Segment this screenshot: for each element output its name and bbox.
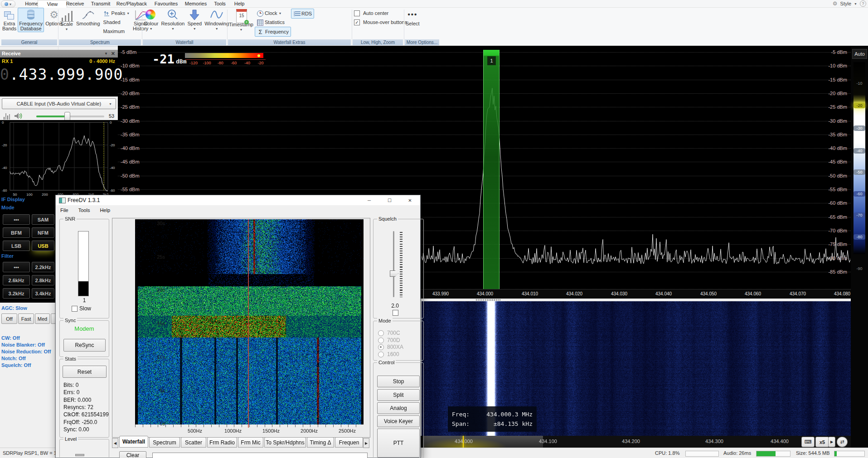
- ribbon-item-maximum[interactable]: Maximum: [102, 27, 132, 36]
- panel-menu-icon[interactable]: ▼: [104, 50, 108, 58]
- receive-panel-header[interactable]: Receive ▼ ✕: [0, 50, 118, 58]
- control-button-stop[interactable]: Stop: [377, 376, 420, 387]
- mode-button-SAM[interactable]: SAM: [32, 214, 54, 225]
- radio-800XA[interactable]: [378, 344, 384, 350]
- frequency-axis-label: 434.080: [834, 291, 850, 296]
- agc-button-fast[interactable]: Fast: [18, 313, 34, 324]
- freedv-window[interactable]: FreeDV 1.3.1 ─ ☐ ✕ FileToolsHelp SNR 1 S…: [55, 195, 421, 458]
- clear-button[interactable]: Clear: [119, 451, 146, 458]
- filter-button-22kHz[interactable]: 2.2kHz: [32, 262, 54, 272]
- ribbon-item-timestamp[interactable]: 15Timestamp▼: [228, 8, 255, 33]
- mode-button-BFM[interactable]: BFM: [3, 227, 30, 238]
- frequency-display[interactable]: 0.433.999.900: [0, 66, 116, 83]
- control-button-split[interactable]: Split: [377, 389, 420, 401]
- ribbon-item-frequency[interactable]: ΣFrequency: [255, 27, 291, 37]
- mode-button-USB[interactable]: USB: [32, 241, 54, 251]
- rx-range: 0 - 4000 Hz: [89, 58, 115, 64]
- control-button-analog[interactable]: Analog: [377, 402, 420, 414]
- ribbon-item-resolution[interactable]: Resolution▼: [160, 8, 186, 32]
- freedv-menu-help[interactable]: Help: [100, 207, 110, 213]
- mode-button-NFM[interactable]: NFM: [32, 227, 54, 238]
- freedv-tab-tospkrhdphns[interactable]: To Spkr/Hdphns: [264, 437, 306, 448]
- zoom-factor-button[interactable]: x5: [815, 437, 829, 447]
- freedv-titlebar[interactable]: FreeDV 1.3.1 ─ ☐ ✕: [56, 195, 420, 205]
- close-button[interactable]: ✕: [400, 195, 420, 205]
- control-button-ptt[interactable]: PTT: [377, 429, 420, 458]
- filter-button-34kHz[interactable]: 3.4kHz: [32, 288, 54, 299]
- filter-button-28kHz[interactable]: 2.8kHz: [32, 275, 54, 285]
- checkbox-icon[interactable]: [354, 10, 360, 16]
- ribbon-item-smoothing[interactable]: Smoothing: [75, 8, 102, 27]
- ribbon-item-frequencydatabase[interactable]: Frequency Database: [18, 8, 44, 32]
- ribbon-item-windowing[interactable]: Windowing▼: [203, 8, 230, 32]
- filter-button-[interactable]: •••: [3, 262, 30, 272]
- ribbon-group-label: Spectrum: [59, 39, 141, 45]
- freedv-tab-frmradio[interactable]: Frm Radio: [207, 437, 237, 448]
- mode-button-LSB[interactable]: LSB: [3, 241, 30, 251]
- ribbon-item-peaks[interactable]: Peaks▼: [102, 9, 132, 18]
- minimize-button[interactable]: ─: [359, 195, 379, 205]
- ribbon-item-mouseoverbuttons[interactable]: ✓Mouse-over buttons: [352, 18, 409, 27]
- help-icon[interactable]: ?: [860, 0, 866, 7]
- ribbon-tab-help[interactable]: Help: [226, 0, 253, 7]
- ribbon-item-rds[interactable]: RDS: [291, 9, 314, 19]
- radio-700D[interactable]: [378, 337, 384, 343]
- agc-button-off[interactable]: Off: [1, 313, 17, 324]
- filter-button-32kHz[interactable]: 3.2kHz: [3, 288, 30, 299]
- freedv-text-input[interactable]: [152, 453, 368, 458]
- ribbon-item-extrabands[interactable]: Extra Bands: [1, 8, 18, 32]
- tab-scroll-left[interactable]: ◀: [112, 438, 118, 448]
- ribbon-item-clock[interactable]: Clock▼: [255, 9, 291, 18]
- stat-line-4: ClkOff: 621554199: [63, 411, 109, 418]
- freedv-tab-timing[interactable]: Timing Δ: [307, 437, 334, 448]
- ribbon-item-speed[interactable]: Speed▼: [186, 8, 203, 32]
- freedv-menu-file[interactable]: File: [60, 207, 68, 213]
- mode-button-[interactable]: •••: [3, 214, 30, 225]
- maximize-button[interactable]: ☐: [379, 195, 400, 205]
- freedv-tab-frmmic[interactable]: Frm Mic: [238, 437, 263, 448]
- ribbon-item-shaded[interactable]: Shaded: [102, 18, 132, 27]
- freedv-tab-scatter[interactable]: Scatter: [181, 437, 206, 448]
- auto-scale-button[interactable]: Auto: [852, 49, 867, 59]
- squelch-slider-track[interactable]: [393, 231, 394, 297]
- freedv-tab-spectrum[interactable]: Spectrum: [149, 437, 180, 448]
- main-waterfall[interactable]: Freq:434.000.3 MHz Span:±84.135 kHz: [422, 301, 851, 436]
- rx-channel-band[interactable]: 1: [483, 50, 499, 289]
- agc-button-med[interactable]: Med: [35, 313, 50, 324]
- resync-button[interactable]: ReSync: [63, 339, 106, 352]
- ribbon-item-colour[interactable]: Colour▼: [142, 8, 160, 32]
- ribbon-item-select[interactable]: •••Select: [404, 8, 421, 27]
- zoom-menu-arrow[interactable]: ▶: [828, 437, 835, 447]
- tab-scroll-right[interactable]: ▶: [363, 438, 369, 448]
- audio-device-select[interactable]: CABLE Input (VB-Audio Virtual Cable) ▼: [2, 98, 116, 109]
- equalizer-icon[interactable]: [4, 113, 10, 120]
- gear-icon[interactable]: ⚙: [833, 0, 838, 7]
- freedv-tab-frequen[interactable]: Frequen: [335, 437, 363, 448]
- freedv-waterfall-panel[interactable]: 30s25s20s15s10s5s0s 500Hz1000Hz1500Hz200…: [112, 218, 370, 438]
- checkbox-checked-icon[interactable]: ✓: [354, 19, 360, 25]
- squelch-checkbox[interactable]: [393, 310, 398, 316]
- ribbon-item-scale[interactable]: Scale▼: [58, 8, 75, 33]
- style-menu[interactable]: Style: [840, 1, 851, 6]
- close-icon[interactable]: ✕: [111, 50, 115, 58]
- control-button-voicekeyer[interactable]: Voice Keyer: [377, 415, 420, 427]
- radio-700C[interactable]: [378, 330, 384, 336]
- center-button[interactable]: ⇄: [837, 437, 848, 447]
- chevron-down-icon[interactable]: ▼: [854, 2, 857, 5]
- keyboard-entry-button[interactable]: ⌨: [801, 437, 815, 447]
- app-menu-button[interactable]: ▼: [1, 0, 15, 8]
- waterfall-time-30s: 30s: [151, 221, 165, 226]
- snr-slow-checkbox[interactable]: Slow: [72, 305, 91, 312]
- radio-1600[interactable]: [378, 352, 384, 357]
- speaker-icon[interactable]: [14, 112, 24, 120]
- ribbon-item-statistics[interactable]: Statistics: [255, 18, 291, 27]
- filter-button-26kHz[interactable]: 2.6kHz: [3, 275, 30, 285]
- reset-button[interactable]: Reset: [63, 366, 107, 378]
- level-slider-thumb[interactable]: [75, 454, 84, 456]
- palette-label--70: -70: [853, 212, 865, 218]
- palette-gradient-bar[interactable]: [853, 62, 865, 254]
- freedv-menu-tools[interactable]: Tools: [78, 207, 90, 213]
- squelch-slider-thumb[interactable]: [390, 270, 398, 277]
- freedv-tab-waterfall[interactable]: Waterfall: [119, 436, 148, 448]
- ribbon-item-autocenter[interactable]: Auto center: [352, 9, 409, 18]
